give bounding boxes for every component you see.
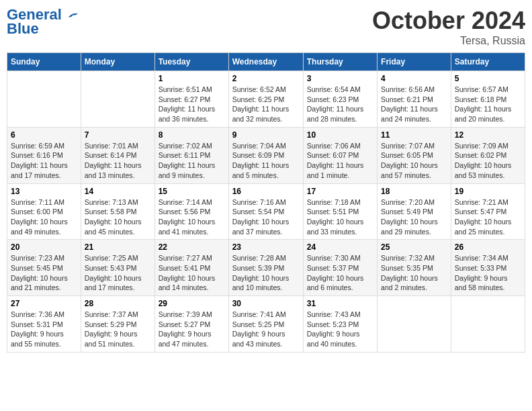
calendar-cell: 3Sunrise: 6:54 AM Sunset: 6:23 PM Daylig… [303,71,377,128]
day-info: Sunrise: 7:23 AM Sunset: 5:45 PM Dayligh… [11,253,77,293]
calendar-cell [81,71,154,128]
location-subtitle: Tersa, Russia [372,35,525,47]
header-saturday: Saturday [451,53,525,71]
day-info: Sunrise: 7:21 AM Sunset: 5:47 PM Dayligh… [455,197,521,237]
day-info: Sunrise: 7:04 AM Sunset: 6:09 PM Dayligh… [232,141,300,181]
day-info: Sunrise: 7:37 AM Sunset: 5:29 PM Dayligh… [85,310,151,349]
calendar-cell: 23Sunrise: 7:28 AM Sunset: 5:39 PM Dayli… [228,240,303,296]
calendar-cell: 20Sunrise: 7:23 AM Sunset: 5:45 PM Dayli… [7,240,81,296]
day-number: 20 [11,242,77,252]
week-row-5: 27Sunrise: 7:36 AM Sunset: 5:31 PM Dayli… [7,296,525,353]
calendar-cell: 16Sunrise: 7:16 AM Sunset: 5:54 PM Dayli… [228,183,303,240]
day-info: Sunrise: 7:28 AM Sunset: 5:39 PM Dayligh… [232,253,300,293]
day-info: Sunrise: 7:34 AM Sunset: 5:33 PM Dayligh… [455,253,521,293]
day-number: 1 [159,74,225,83]
day-info: Sunrise: 6:52 AM Sunset: 6:25 PM Dayligh… [232,85,300,124]
day-number: 18 [381,187,447,196]
day-number: 14 [85,187,151,196]
day-number: 16 [232,187,300,196]
month-title: October 2024 [372,7,525,35]
day-info: Sunrise: 7:02 AM Sunset: 6:11 PM Dayligh… [159,141,225,181]
day-number: 19 [455,187,521,196]
day-info: Sunrise: 7:30 AM Sunset: 5:37 PM Dayligh… [307,253,373,293]
logo-blue: Blue [7,20,39,38]
calendar-cell: 1Sunrise: 6:51 AM Sunset: 6:27 PM Daylig… [154,71,228,128]
calendar-cell: 26Sunrise: 7:34 AM Sunset: 5:33 PM Dayli… [451,240,525,296]
day-info: Sunrise: 6:51 AM Sunset: 6:27 PM Dayligh… [159,85,225,124]
calendar-cell: 7Sunrise: 7:01 AM Sunset: 6:14 PM Daylig… [81,127,154,183]
day-number: 31 [307,299,373,308]
calendar-cell: 17Sunrise: 7:18 AM Sunset: 5:51 PM Dayli… [303,183,377,240]
day-number: 25 [381,242,447,252]
day-info: Sunrise: 6:59 AM Sunset: 6:16 PM Dayligh… [11,141,77,181]
calendar-cell: 12Sunrise: 7:09 AM Sunset: 6:02 PM Dayli… [451,127,525,183]
header-tuesday: Tuesday [154,53,228,71]
day-info: Sunrise: 7:43 AM Sunset: 5:23 PM Dayligh… [307,310,373,349]
calendar-cell: 29Sunrise: 7:39 AM Sunset: 5:27 PM Dayli… [154,296,228,353]
day-info: Sunrise: 7:32 AM Sunset: 5:35 PM Dayligh… [381,253,447,293]
day-info: Sunrise: 7:01 AM Sunset: 6:14 PM Dayligh… [85,141,151,181]
calendar-cell: 9Sunrise: 7:04 AM Sunset: 6:09 PM Daylig… [228,127,303,183]
week-row-1: 1Sunrise: 6:51 AM Sunset: 6:27 PM Daylig… [7,71,525,128]
calendar-cell: 8Sunrise: 7:02 AM Sunset: 6:11 PM Daylig… [154,127,228,183]
calendar-cell: 31Sunrise: 7:43 AM Sunset: 5:23 PM Dayli… [303,296,377,353]
calendar-cell [378,296,451,353]
day-number: 29 [159,299,225,308]
calendar-cell [7,71,81,128]
day-number: 11 [381,130,447,140]
calendar-cell: 25Sunrise: 7:32 AM Sunset: 5:35 PM Dayli… [378,240,451,296]
day-number: 7 [85,130,151,140]
day-info: Sunrise: 7:36 AM Sunset: 5:31 PM Dayligh… [11,310,77,349]
day-number: 24 [307,242,373,252]
day-info: Sunrise: 6:54 AM Sunset: 6:23 PM Dayligh… [307,85,373,124]
logo: General Blue [7,7,79,38]
calendar-cell: 6Sunrise: 6:59 AM Sunset: 6:16 PM Daylig… [7,127,81,183]
page-header: General Blue October 2024 Tersa, Russia [7,7,525,47]
calendar-cell: 22Sunrise: 7:27 AM Sunset: 5:41 PM Dayli… [154,240,228,296]
title-block: October 2024 Tersa, Russia [372,7,525,47]
calendar-cell: 30Sunrise: 7:41 AM Sunset: 5:25 PM Dayli… [228,296,303,353]
day-number: 21 [85,242,151,252]
day-info: Sunrise: 7:20 AM Sunset: 5:49 PM Dayligh… [381,197,447,237]
calendar-cell: 18Sunrise: 7:20 AM Sunset: 5:49 PM Dayli… [378,183,451,240]
calendar-cell: 14Sunrise: 7:13 AM Sunset: 5:58 PM Dayli… [81,183,154,240]
calendar-cell: 27Sunrise: 7:36 AM Sunset: 5:31 PM Dayli… [7,296,81,353]
header-friday: Friday [378,53,451,71]
day-number: 22 [159,242,225,252]
day-info: Sunrise: 7:11 AM Sunset: 6:00 PM Dayligh… [11,197,77,237]
header-row: SundayMondayTuesdayWednesdayThursdayFrid… [7,53,525,71]
day-info: Sunrise: 7:16 AM Sunset: 5:54 PM Dayligh… [232,197,300,237]
day-info: Sunrise: 6:56 AM Sunset: 6:21 PM Dayligh… [381,85,447,124]
day-number: 13 [11,187,77,196]
calendar-cell: 4Sunrise: 6:56 AM Sunset: 6:21 PM Daylig… [378,71,451,128]
day-number: 6 [11,130,77,140]
day-info: Sunrise: 6:57 AM Sunset: 6:18 PM Dayligh… [455,85,521,124]
day-info: Sunrise: 7:18 AM Sunset: 5:51 PM Dayligh… [307,197,373,237]
day-number: 9 [232,130,300,140]
day-info: Sunrise: 7:06 AM Sunset: 6:07 PM Dayligh… [307,141,373,181]
day-info: Sunrise: 7:13 AM Sunset: 5:58 PM Dayligh… [85,197,151,237]
calendar-cell: 2Sunrise: 6:52 AM Sunset: 6:25 PM Daylig… [228,71,303,128]
day-number: 27 [11,299,77,308]
day-info: Sunrise: 7:27 AM Sunset: 5:41 PM Dayligh… [159,253,225,293]
day-info: Sunrise: 7:09 AM Sunset: 6:02 PM Dayligh… [455,141,521,181]
day-number: 10 [307,130,373,140]
day-number: 8 [159,130,225,140]
logo-bird-icon [67,11,79,20]
day-info: Sunrise: 7:41 AM Sunset: 5:25 PM Dayligh… [232,310,300,349]
day-info: Sunrise: 7:25 AM Sunset: 5:43 PM Dayligh… [85,253,151,293]
calendar-cell: 5Sunrise: 6:57 AM Sunset: 6:18 PM Daylig… [451,71,525,128]
calendar-cell: 11Sunrise: 7:07 AM Sunset: 6:05 PM Dayli… [378,127,451,183]
calendar-cell [451,296,525,353]
calendar-cell: 15Sunrise: 7:14 AM Sunset: 5:56 PM Dayli… [154,183,228,240]
calendar-cell: 21Sunrise: 7:25 AM Sunset: 5:43 PM Dayli… [81,240,154,296]
calendar-cell: 19Sunrise: 7:21 AM Sunset: 5:47 PM Dayli… [451,183,525,240]
day-info: Sunrise: 7:07 AM Sunset: 6:05 PM Dayligh… [381,141,447,181]
calendar-cell: 24Sunrise: 7:30 AM Sunset: 5:37 PM Dayli… [303,240,377,296]
day-number: 28 [85,299,151,308]
day-info: Sunrise: 7:39 AM Sunset: 5:27 PM Dayligh… [159,310,225,349]
day-number: 4 [381,74,447,83]
day-number: 3 [307,74,373,83]
calendar-cell: 10Sunrise: 7:06 AM Sunset: 6:07 PM Dayli… [303,127,377,183]
calendar-cell: 28Sunrise: 7:37 AM Sunset: 5:29 PM Dayli… [81,296,154,353]
